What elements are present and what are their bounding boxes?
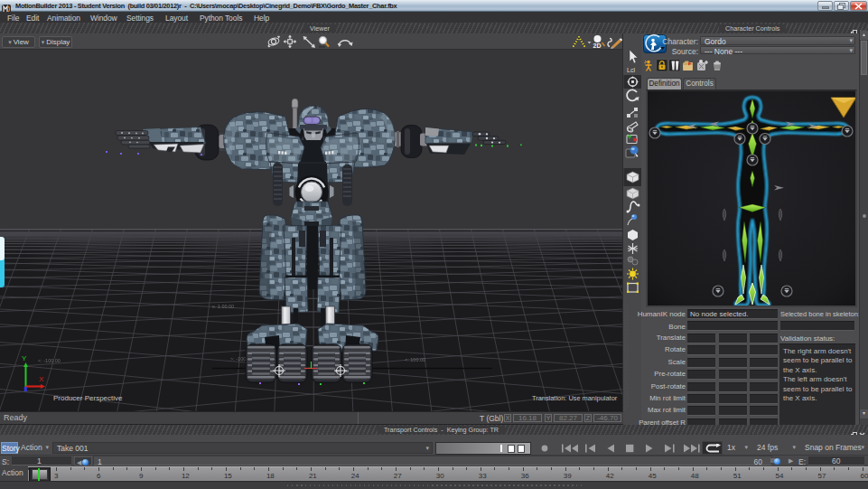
svg-text:Producer Perspective: Producer Perspective: [53, 394, 123, 402]
svg-text:Lcl: Lcl: [627, 67, 635, 73]
svg-text:2D: 2D: [593, 42, 602, 49]
svg-text:<: 100.00: <: 100.00: [405, 357, 425, 362]
svg-text:Y: Y: [22, 354, 27, 362]
svg-text:X: X: [39, 375, 44, 383]
svg-text:Translation: Use manipulator: Translation: Use manipulator: [532, 394, 618, 402]
svg-text:<: -100.00: <: -100.00: [38, 358, 61, 363]
svg-text:x. 1.00.00: x. 1.00.00: [212, 304, 234, 309]
